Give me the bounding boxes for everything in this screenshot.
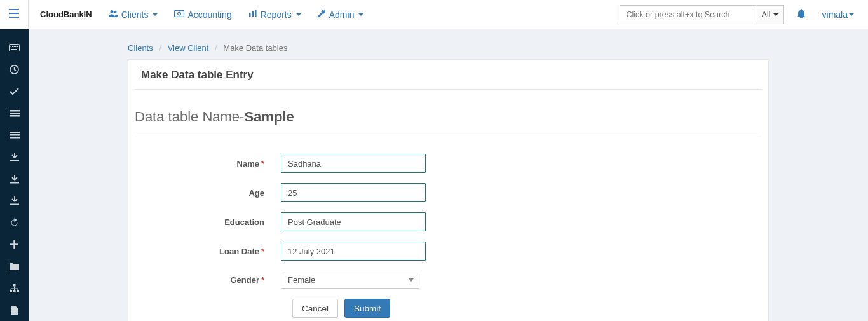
wrench-icon xyxy=(318,10,326,20)
label-name: Name* xyxy=(135,159,281,168)
rail-folder[interactable] xyxy=(0,256,29,277)
loan-date-input[interactable] xyxy=(281,242,426,261)
search-filter-label: All xyxy=(762,10,771,19)
caret-down-icon xyxy=(153,13,158,16)
nav-accounting[interactable]: Accounting xyxy=(174,10,231,20)
svg-rect-11 xyxy=(11,46,12,47)
svg-point-4 xyxy=(114,11,116,13)
svg-rect-8 xyxy=(252,11,254,17)
chart-icon xyxy=(248,10,257,19)
caret-down-icon xyxy=(409,278,414,282)
brand-logo: CloudBankIN xyxy=(29,10,104,19)
svg-rect-22 xyxy=(10,134,20,136)
rail-check[interactable] xyxy=(0,81,29,102)
caret-down-icon xyxy=(358,13,363,16)
education-input[interactable] xyxy=(281,212,426,231)
svg-rect-23 xyxy=(10,137,20,139)
svg-rect-13 xyxy=(14,46,15,47)
row-loan-date: Loan Date* xyxy=(135,242,762,261)
submit-button[interactable]: Submit xyxy=(344,299,390,318)
rail-list-1[interactable] xyxy=(0,102,29,124)
panel-title: Make Data table Entry xyxy=(135,60,762,90)
panel-subtitle: Data table Name-Sample xyxy=(135,90,762,137)
svg-rect-18 xyxy=(10,110,20,112)
row-education: Education xyxy=(135,212,762,231)
rail-download-2[interactable] xyxy=(0,168,29,189)
svg-rect-20 xyxy=(10,115,20,117)
subtitle-name: Sample xyxy=(244,109,294,125)
row-age: Age xyxy=(135,183,762,202)
left-rail xyxy=(0,29,29,321)
label-age: Age xyxy=(135,188,281,198)
label-loan-date: Loan Date* xyxy=(135,247,281,256)
breadcrumb-clients[interactable]: Clients xyxy=(128,43,153,53)
user-menu[interactable]: vimala xyxy=(822,10,854,20)
notifications-button[interactable] xyxy=(797,8,806,20)
rail-download-3[interactable] xyxy=(0,190,29,212)
breadcrumb-view-client[interactable]: View Client xyxy=(168,43,209,53)
svg-point-6 xyxy=(178,12,181,15)
nav-admin[interactable]: Admin xyxy=(318,10,364,20)
svg-rect-26 xyxy=(10,203,19,205)
rail-plus[interactable] xyxy=(0,234,29,256)
nav-reports[interactable]: Reports xyxy=(248,10,301,20)
search-filter-dropdown[interactable]: All xyxy=(757,6,783,24)
svg-rect-32 xyxy=(17,290,19,292)
nav-reports-label: Reports xyxy=(261,10,292,20)
svg-rect-2 xyxy=(9,17,19,18)
main-content: Clients / View Client / Make Data tables… xyxy=(29,29,868,321)
cancel-button[interactable]: Cancel xyxy=(292,299,338,318)
svg-rect-15 xyxy=(17,46,18,47)
label-education: Education xyxy=(135,217,281,227)
svg-rect-7 xyxy=(249,13,251,17)
caret-down-icon xyxy=(773,13,778,16)
svg-rect-10 xyxy=(10,44,20,51)
rail-clock[interactable] xyxy=(0,58,29,80)
svg-rect-19 xyxy=(10,113,20,114)
rail-list-2[interactable] xyxy=(0,125,29,146)
svg-rect-24 xyxy=(10,160,19,161)
caret-down-icon xyxy=(296,13,301,16)
form: Name* Age Education Loan Date* Gender* F… xyxy=(128,141,768,321)
svg-point-3 xyxy=(110,10,113,13)
svg-rect-29 xyxy=(13,284,16,287)
rail-keyboard[interactable] xyxy=(0,37,29,58)
svg-rect-1 xyxy=(9,13,19,14)
breadcrumb-current: Make Data tables xyxy=(223,43,287,53)
row-gender: Gender* Female xyxy=(135,271,762,289)
rail-download-1[interactable] xyxy=(0,146,29,168)
users-icon xyxy=(109,10,118,19)
svg-rect-16 xyxy=(11,49,17,50)
svg-rect-5 xyxy=(175,11,184,17)
username-label: vimala xyxy=(822,10,848,20)
search-box: All xyxy=(620,5,784,24)
rail-sitemap[interactable] xyxy=(0,277,29,299)
nav-accounting-label: Accounting xyxy=(187,10,231,20)
bars-icon xyxy=(9,8,19,21)
row-name: Name* xyxy=(135,154,762,173)
svg-rect-28 xyxy=(10,244,18,245)
search-input[interactable] xyxy=(620,6,757,24)
gender-value: Female xyxy=(288,275,315,285)
top-header: CloudBankIN Clients Accounting Reports xyxy=(0,0,868,29)
rail-refresh[interactable] xyxy=(0,212,29,233)
gender-select[interactable]: Female xyxy=(281,271,419,289)
panel: Make Data table Entry Data table Name-Sa… xyxy=(128,59,769,321)
rail-file[interactable] xyxy=(0,299,29,321)
nav-admin-label: Admin xyxy=(329,10,355,20)
subtitle-prefix: Data table Name- xyxy=(135,109,244,125)
menu-toggle[interactable] xyxy=(0,0,29,29)
breadcrumb: Clients / View Client / Make Data tables xyxy=(29,29,868,59)
nav-clients-label: Clients xyxy=(121,10,149,20)
svg-rect-0 xyxy=(9,9,19,10)
svg-rect-21 xyxy=(10,132,20,133)
svg-rect-31 xyxy=(13,290,16,292)
age-input[interactable] xyxy=(281,183,426,202)
svg-rect-12 xyxy=(12,46,13,47)
svg-rect-30 xyxy=(10,290,12,292)
svg-rect-14 xyxy=(15,46,17,47)
name-input[interactable] xyxy=(281,154,426,173)
nav-clients[interactable]: Clients xyxy=(109,10,158,20)
svg-rect-9 xyxy=(255,10,257,17)
money-icon xyxy=(174,10,184,19)
